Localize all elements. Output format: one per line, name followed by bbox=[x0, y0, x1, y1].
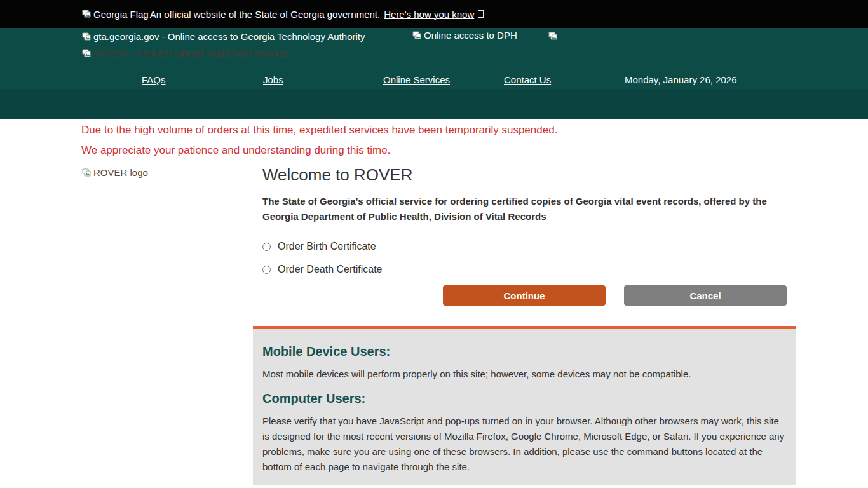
rover-banner-alt-text: ROVER - Request Official Vital Event Rec… bbox=[93, 48, 289, 58]
gta-logo-image[interactable]: gta.georgia.gov - Online access to Georg… bbox=[81, 31, 365, 42]
blank-header-image bbox=[548, 31, 558, 41]
nav-jobs[interactable]: Jobs bbox=[263, 74, 283, 85]
header-accent-band bbox=[0, 89, 868, 119]
browser-info-box: Mobile Device Users: Most mobile devices… bbox=[253, 326, 796, 485]
current-date: Monday, January 26, 2026 bbox=[625, 74, 737, 85]
mobile-users-heading: Mobile Device Users: bbox=[262, 344, 787, 358]
intro-text: The State of Georgia's official service … bbox=[262, 194, 789, 224]
broken-image-icon bbox=[548, 31, 558, 41]
broken-image-icon bbox=[81, 9, 92, 19]
computer-users-heading: Computer Users: bbox=[262, 391, 787, 405]
death-certificate-label: Order Death Certificate bbox=[278, 264, 383, 275]
cancel-button[interactable]: Cancel bbox=[624, 285, 787, 306]
broken-image-icon bbox=[81, 168, 92, 178]
site-header: gta.georgia.gov - Online access to Georg… bbox=[0, 28, 868, 89]
broken-image-icon bbox=[412, 30, 422, 41]
continue-button[interactable]: Continue bbox=[443, 285, 606, 306]
unknown-glyph-box bbox=[478, 10, 484, 18]
rover-banner-image: ROVER - Request Official Vital Event Rec… bbox=[81, 48, 289, 58]
main-content: ROVER logo Welcome to ROVER The State of… bbox=[0, 165, 868, 485]
gta-logo-alt-text: gta.georgia.gov - Online access to Georg… bbox=[93, 31, 365, 42]
rover-logo-alt-text: ROVER logo bbox=[93, 167, 148, 178]
heres-how-you-know-link[interactable]: Here's how you know bbox=[384, 9, 474, 20]
alert-line-1: Due to the high volume of orders at this… bbox=[81, 120, 868, 140]
birth-certificate-radio[interactable] bbox=[262, 243, 271, 251]
nav-faqs[interactable]: FAQs bbox=[142, 74, 166, 85]
action-buttons: Continue Cancel bbox=[262, 285, 809, 306]
nav-online-services[interactable]: Online Services bbox=[383, 74, 450, 85]
alert-message: Due to the high volume of orders at this… bbox=[81, 119, 868, 161]
dph-logo-alt-text: Online access to DPH bbox=[424, 30, 517, 41]
official-site-banner: Georgia Flag An official website of the … bbox=[0, 0, 868, 28]
georgia-flag-alt-text: Georgia Flag bbox=[93, 9, 149, 20]
georgia-flag-image: Georgia Flag bbox=[81, 9, 149, 20]
alert-line-2: We appreciate your patience and understa… bbox=[81, 140, 868, 161]
mobile-users-text: Most mobile devices will perform properl… bbox=[262, 367, 787, 382]
nav-contact-us[interactable]: Contact Us bbox=[504, 74, 551, 85]
page-title: Welcome to ROVER bbox=[262, 165, 809, 185]
broken-image-icon bbox=[81, 48, 92, 58]
death-certificate-radio[interactable] bbox=[262, 266, 271, 274]
order-birth-certificate-option: Order Birth Certificate bbox=[262, 241, 809, 252]
dph-logo-image[interactable]: Online access to DPH bbox=[412, 30, 517, 41]
computer-users-text: Please verify that you have JavaScript a… bbox=[262, 414, 787, 475]
rover-logo-image: ROVER logo bbox=[81, 167, 148, 178]
broken-image-icon bbox=[81, 32, 92, 42]
official-site-text: An official website of the State of Geor… bbox=[150, 9, 380, 20]
order-death-certificate-option: Order Death Certificate bbox=[262, 264, 809, 275]
birth-certificate-label: Order Birth Certificate bbox=[278, 241, 376, 252]
